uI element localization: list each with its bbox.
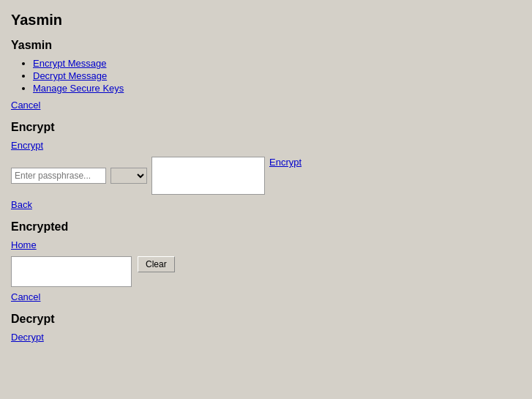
app-title: Yasmin — [11, 12, 521, 29]
nav-title: Yasmin — [11, 39, 521, 52]
passphrase-input[interactable] — [11, 168, 106, 184]
nav-item-decrypt[interactable]: Decrypt Message — [33, 70, 521, 81]
encrypt-message-link[interactable]: Encrypt Message — [33, 58, 106, 69]
encrypted-title: Encrypted — [11, 220, 521, 234]
encrypt-form-row: Encrypt — [11, 157, 521, 195]
encrypt-section: Encrypt Encrypt Encrypt Back — [11, 121, 521, 210]
nav-list: Encrypt Message Decrypt Message Manage S… — [11, 58, 521, 94]
decrypt-link[interactable]: Decrypt — [11, 332, 521, 343]
clear-button[interactable]: Clear — [138, 256, 175, 272]
message-textarea[interactable] — [151, 157, 265, 195]
encrypt-title: Encrypt — [11, 121, 521, 134]
key-select[interactable] — [110, 168, 147, 184]
home-link[interactable]: Home — [11, 239, 521, 250]
encrypt-top-link[interactable]: Encrypt — [11, 140, 521, 151]
encrypt-back-link[interactable]: Back — [11, 199, 521, 210]
encrypted-cancel-link[interactable]: Cancel — [11, 291, 521, 302]
encrypt-action-link[interactable]: Encrypt — [269, 157, 301, 168]
encrypted-output-textarea[interactable] — [11, 256, 132, 287]
decrypt-message-link[interactable]: Decrypt Message — [33, 70, 107, 81]
nav-item-encrypt[interactable]: Encrypt Message — [33, 58, 521, 69]
decrypt-title: Decrypt — [11, 313, 521, 326]
encrypted-output-row: Clear — [11, 256, 521, 287]
nav-section: Yasmin Encrypt Message Decrypt Message M… — [11, 39, 521, 111]
manage-keys-link[interactable]: Manage Secure Keys — [33, 83, 124, 94]
nav-cancel-link[interactable]: Cancel — [11, 100, 521, 111]
nav-item-keys[interactable]: Manage Secure Keys — [33, 83, 521, 94]
encrypted-section: Encrypted Home Clear Cancel — [11, 220, 521, 302]
decrypt-section: Decrypt Decrypt — [11, 313, 521, 343]
